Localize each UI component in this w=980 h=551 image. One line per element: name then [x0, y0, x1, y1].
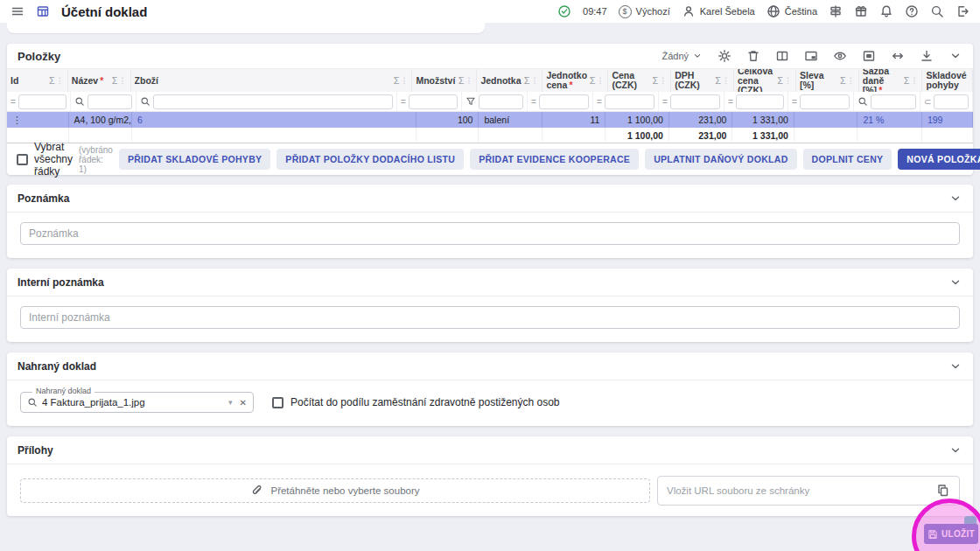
equals-filter-icon[interactable]: =: [10, 97, 16, 107]
column-menu-icon[interactable]: ⋮: [530, 76, 538, 86]
save-button-label: ULOŽIT: [942, 529, 975, 539]
search-icon[interactable]: [930, 4, 944, 18]
select-all-checkbox[interactable]: [17, 154, 28, 165]
equals-filter-icon[interactable]: =: [792, 97, 797, 107]
save-button[interactable]: ULOŽIT: [924, 524, 978, 544]
column-menu-icon[interactable]: ⋮: [119, 76, 127, 86]
column-menu-icon[interactable]: ⋮: [465, 76, 472, 86]
filter-input-id[interactable]: [18, 94, 66, 109]
uploaded-document-combobox[interactable]: Nahraný doklad 4 Faktura_prijata_1.jpg ▾…: [20, 392, 254, 413]
column-menu-icon[interactable]: ⋮: [722, 76, 730, 86]
language-selector[interactable]: Čeština: [766, 4, 817, 18]
filter-input-sleva[interactable]: [800, 94, 850, 109]
equals-filter-icon[interactable]: =: [531, 97, 536, 107]
add-delivery-note-items-button[interactable]: PŘIDAT POLOŽKY DODACÍHO LISTU: [276, 149, 464, 170]
filter-input-celkova-cena[interactable]: [736, 94, 784, 109]
sum-sigma-icon[interactable]: Σ: [652, 76, 658, 86]
gift-icon[interactable]: [854, 4, 868, 18]
collapse-chevron-icon[interactable]: [948, 49, 962, 63]
file-dropzone[interactable]: Přetáhněte nebo vyberte soubory: [20, 478, 650, 503]
equals-filter-icon[interactable]: =: [401, 97, 406, 107]
column-menu-icon[interactable]: ⋮: [784, 76, 792, 86]
column-menu-icon[interactable]: ⋮: [847, 76, 855, 86]
column-menu-icon[interactable]: ⋮: [400, 76, 408, 86]
sum-sigma-icon[interactable]: Σ: [524, 76, 530, 86]
cell-sazba-dane-link[interactable]: 21 %: [858, 112, 921, 128]
new-item-button[interactable]: NOVÁ POLOŽKA: [898, 149, 980, 170]
fit-width-icon[interactable]: [891, 49, 905, 63]
filter-input-sklad[interactable]: [934, 94, 969, 109]
delete-trash-icon[interactable]: [746, 49, 760, 63]
funnel-filter-icon[interactable]: [466, 96, 476, 107]
dropdown-caret-icon[interactable]: ▾: [228, 398, 233, 407]
search-filter-icon[interactable]: [858, 96, 868, 107]
currency-icon: $: [619, 5, 632, 18]
table-header-row: IdΣ⋮ Název*Σ⋮ ZbožíΣ⋮ Množství*Σ⋮ Jednot…: [7, 68, 973, 92]
subset-filter-icon[interactable]: ⊂: [924, 97, 931, 107]
help-icon[interactable]: [905, 4, 919, 18]
aggregation-dropdown[interactable]: Žádný: [662, 51, 703, 61]
sum-sigma-icon[interactable]: Σ: [458, 76, 465, 86]
column-menu-icon[interactable]: ⋮: [910, 76, 918, 86]
visibility-eye-icon[interactable]: [833, 49, 847, 63]
sum-sigma-icon[interactable]: Σ: [590, 76, 596, 86]
equals-filter-icon[interactable]: =: [662, 97, 668, 107]
sum-sigma-icon[interactable]: Σ: [112, 76, 118, 86]
sum-sigma-icon[interactable]: Σ: [715, 76, 721, 86]
sum-sigma-icon[interactable]: Σ: [394, 76, 400, 86]
row-menu-icon[interactable]: ⋮: [12, 115, 22, 126]
signpost-icon[interactable]: [829, 4, 843, 18]
filter-input-jednotkova-cena[interactable]: [539, 94, 589, 109]
download-icon[interactable]: [920, 49, 934, 63]
filter-input-jednotka[interactable]: [479, 94, 523, 109]
collapse-chevron-icon[interactable]: [948, 192, 962, 206]
paste-copy-icon[interactable]: [936, 484, 950, 498]
image-preview-icon[interactable]: [862, 49, 876, 63]
add-cooperation-records-button[interactable]: PŘIDAT EVIDENCE KOOPERACE: [470, 149, 639, 170]
collapse-chevron-icon[interactable]: [948, 443, 962, 457]
settings-gear-icon[interactable]: [718, 49, 732, 63]
collapse-chevron-icon[interactable]: [948, 276, 962, 289]
column-menu-icon[interactable]: ⋮: [56, 76, 64, 86]
filter-input-nazev[interactable]: [88, 94, 132, 109]
disability-employment-checkbox[interactable]: [272, 397, 284, 408]
notifications-bell-icon[interactable]: [879, 4, 893, 18]
paperclip-icon: [250, 484, 264, 498]
floppy-save-icon: [928, 529, 938, 540]
cell-sklad-link[interactable]: 199: [922, 112, 973, 128]
equals-filter-icon[interactable]: =: [728, 97, 733, 107]
sum-sigma-icon[interactable]: Σ: [49, 76, 55, 86]
filter-input-mnozstvi[interactable]: [409, 94, 458, 109]
collapse-chevron-icon[interactable]: [948, 359, 962, 373]
uploaded-document-value: 4 Faktura_prijata_1.jpg: [42, 397, 224, 408]
file-url-input[interactable]: [667, 485, 929, 496]
user-menu[interactable]: Karel Šebela: [682, 4, 755, 18]
sum-sigma-icon[interactable]: Σ: [777, 76, 783, 86]
filter-input-cena[interactable]: [605, 94, 654, 109]
search-filter-icon[interactable]: [74, 96, 85, 107]
column-menu-icon[interactable]: ⋮: [659, 76, 667, 86]
columns-icon[interactable]: [775, 49, 789, 63]
clear-icon[interactable]: ✕: [240, 398, 247, 408]
note-input[interactable]: [20, 222, 960, 245]
cell-zbozi-link[interactable]: 6: [132, 112, 416, 128]
disability-employment-checkbox-row[interactable]: Počítat do podílu zaměstnání zdravotně p…: [272, 396, 560, 408]
sum-sigma-icon[interactable]: Σ: [904, 76, 910, 86]
column-menu-icon[interactable]: ⋮: [596, 76, 604, 86]
add-stock-movements-button[interactable]: PŘIDAT SKLADOVÉ POHYBY: [119, 149, 270, 170]
profile-selector[interactable]: $ Výchozí: [619, 5, 670, 18]
apply-tax-document-button[interactable]: UPLATNIT DAŇOVÝ DOKLAD: [645, 149, 796, 170]
hamburger-menu-icon[interactable]: [10, 4, 24, 18]
picture-in-picture-icon[interactable]: [804, 49, 818, 63]
sum-sigma-icon[interactable]: Σ: [840, 76, 846, 86]
fill-prices-button[interactable]: DOPLNIT CENY: [803, 149, 892, 170]
logout-icon[interactable]: [956, 4, 970, 18]
internal-note-input[interactable]: [20, 306, 960, 329]
table-row[interactable]: ⋮ A4, 100 g/m2, 5… 6 100 balení 11 1 100…: [7, 112, 973, 128]
filter-input-sazba-dane[interactable]: [871, 94, 916, 109]
select-all-rows[interactable]: Vybrat všechny řádky (vybráno řádek: 1): [17, 141, 113, 178]
filter-input-dph[interactable]: [670, 94, 720, 109]
filter-input-zbozi[interactable]: [153, 94, 393, 109]
equals-filter-icon[interactable]: =: [597, 97, 602, 107]
search-filter-icon[interactable]: [140, 96, 150, 107]
